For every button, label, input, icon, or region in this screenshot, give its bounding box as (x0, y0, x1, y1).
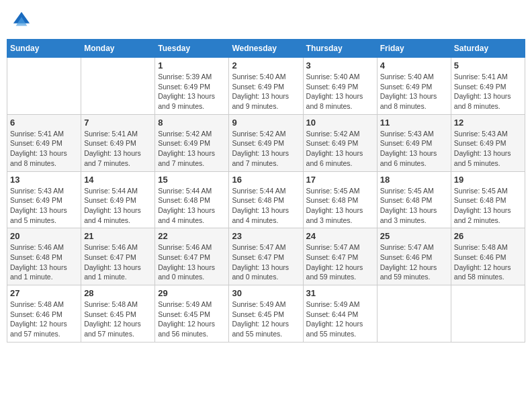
calendar-cell: 10Sunrise: 5:42 AM Sunset: 6:49 PM Dayli… (303, 114, 377, 171)
day-info: Sunrise: 5:42 AM Sunset: 6:49 PM Dayligh… (306, 129, 374, 169)
header-day-sunday: Sunday (7, 40, 81, 58)
day-info: Sunrise: 5:41 AM Sunset: 6:49 PM Dayligh… (10, 129, 78, 169)
day-info: Sunrise: 5:42 AM Sunset: 6:49 PM Dayligh… (158, 129, 226, 169)
day-number: 3 (306, 60, 374, 71)
calendar-cell: 12Sunrise: 5:43 AM Sunset: 6:49 PM Dayli… (451, 114, 525, 171)
day-number: 18 (380, 175, 448, 185)
calendar-cell (377, 285, 451, 342)
day-number: 30 (232, 288, 300, 298)
page-header (7, 7, 525, 34)
calendar-cell: 16Sunrise: 5:44 AM Sunset: 6:48 PM Dayli… (229, 171, 303, 228)
day-info: Sunrise: 5:49 AM Sunset: 6:44 PM Dayligh… (306, 300, 374, 339)
day-info: Sunrise: 5:43 AM Sunset: 6:49 PM Dayligh… (454, 129, 522, 169)
day-info: Sunrise: 5:48 AM Sunset: 6:45 PM Dayligh… (84, 300, 152, 339)
week-row-3: 13Sunrise: 5:43 AM Sunset: 6:49 PM Dayli… (7, 171, 525, 228)
day-info: Sunrise: 5:40 AM Sunset: 6:49 PM Dayligh… (232, 72, 300, 111)
calendar-cell: 14Sunrise: 5:44 AM Sunset: 6:49 PM Dayli… (81, 171, 155, 228)
day-number: 29 (158, 288, 226, 298)
day-number: 27 (10, 288, 78, 298)
day-info: Sunrise: 5:45 AM Sunset: 6:48 PM Dayligh… (306, 186, 374, 226)
day-number: 21 (84, 231, 152, 241)
day-number: 14 (84, 175, 152, 185)
day-info: Sunrise: 5:45 AM Sunset: 6:48 PM Dayligh… (380, 186, 448, 226)
calendar-cell: 5Sunrise: 5:41 AM Sunset: 6:49 PM Daylig… (451, 58, 525, 115)
calendar-cell (7, 58, 81, 115)
calendar-cell: 29Sunrise: 5:49 AM Sunset: 6:45 PM Dayli… (155, 285, 229, 342)
day-number: 6 (10, 118, 78, 128)
calendar-cell: 4Sunrise: 5:40 AM Sunset: 6:49 PM Daylig… (377, 58, 451, 115)
day-info: Sunrise: 5:40 AM Sunset: 6:49 PM Dayligh… (306, 72, 374, 111)
day-info: Sunrise: 5:46 AM Sunset: 6:47 PM Dayligh… (84, 242, 152, 282)
calendar-cell: 17Sunrise: 5:45 AM Sunset: 6:48 PM Dayli… (303, 171, 377, 228)
day-number: 11 (380, 118, 448, 128)
header-day-friday: Friday (377, 40, 451, 58)
calendar-cell: 6Sunrise: 5:41 AM Sunset: 6:49 PM Daylig… (7, 114, 81, 171)
calendar-cell: 25Sunrise: 5:47 AM Sunset: 6:46 PM Dayli… (377, 228, 451, 285)
day-info: Sunrise: 5:46 AM Sunset: 6:48 PM Dayligh… (10, 242, 78, 282)
week-row-5: 27Sunrise: 5:48 AM Sunset: 6:46 PM Dayli… (7, 285, 525, 342)
calendar-cell: 27Sunrise: 5:48 AM Sunset: 6:46 PM Dayli… (7, 285, 81, 342)
week-row-4: 20Sunrise: 5:46 AM Sunset: 6:48 PM Dayli… (7, 228, 525, 285)
day-number: 20 (10, 231, 78, 241)
header-day-saturday: Saturday (451, 40, 525, 58)
day-info: Sunrise: 5:49 AM Sunset: 6:45 PM Dayligh… (232, 300, 300, 339)
day-info: Sunrise: 5:46 AM Sunset: 6:47 PM Dayligh… (158, 242, 226, 282)
day-number: 9 (232, 118, 300, 128)
day-number: 19 (454, 175, 522, 185)
calendar-cell: 26Sunrise: 5:48 AM Sunset: 6:46 PM Dayli… (451, 228, 525, 285)
calendar-header-row: SundayMondayTuesdayWednesdayThursdayFrid… (7, 40, 525, 58)
day-info: Sunrise: 5:43 AM Sunset: 6:49 PM Dayligh… (380, 129, 448, 169)
day-info: Sunrise: 5:44 AM Sunset: 6:48 PM Dayligh… (158, 186, 226, 226)
day-number: 25 (380, 231, 448, 241)
day-info: Sunrise: 5:45 AM Sunset: 6:48 PM Dayligh… (454, 186, 522, 226)
calendar-cell: 24Sunrise: 5:47 AM Sunset: 6:47 PM Dayli… (303, 228, 377, 285)
calendar-cell: 18Sunrise: 5:45 AM Sunset: 6:48 PM Dayli… (377, 171, 451, 228)
week-row-1: 1Sunrise: 5:39 AM Sunset: 6:49 PM Daylig… (7, 58, 525, 115)
day-number: 15 (158, 175, 226, 185)
day-number: 23 (232, 231, 300, 241)
calendar-cell: 2Sunrise: 5:40 AM Sunset: 6:49 PM Daylig… (229, 58, 303, 115)
calendar-cell: 28Sunrise: 5:48 AM Sunset: 6:45 PM Dayli… (81, 285, 155, 342)
day-info: Sunrise: 5:44 AM Sunset: 6:48 PM Dayligh… (232, 186, 300, 226)
day-info: Sunrise: 5:49 AM Sunset: 6:45 PM Dayligh… (158, 300, 226, 339)
week-row-2: 6Sunrise: 5:41 AM Sunset: 6:49 PM Daylig… (7, 114, 525, 171)
day-number: 24 (306, 231, 374, 241)
day-number: 16 (232, 175, 300, 185)
day-number: 17 (306, 175, 374, 185)
day-info: Sunrise: 5:47 AM Sunset: 6:47 PM Dayligh… (306, 242, 374, 282)
day-info: Sunrise: 5:43 AM Sunset: 6:49 PM Dayligh… (10, 186, 78, 226)
calendar-cell: 23Sunrise: 5:47 AM Sunset: 6:47 PM Dayli… (229, 228, 303, 285)
logo (12, 11, 34, 30)
calendar-cell: 1Sunrise: 5:39 AM Sunset: 6:49 PM Daylig… (155, 58, 229, 115)
day-number: 22 (158, 231, 226, 241)
day-number: 13 (10, 175, 78, 185)
day-info: Sunrise: 5:44 AM Sunset: 6:49 PM Dayligh… (84, 186, 152, 226)
day-number: 26 (454, 231, 522, 241)
calendar-cell: 13Sunrise: 5:43 AM Sunset: 6:49 PM Dayli… (7, 171, 81, 228)
day-number: 10 (306, 118, 374, 128)
day-number: 8 (158, 118, 226, 128)
day-number: 4 (380, 60, 448, 71)
day-info: Sunrise: 5:41 AM Sunset: 6:49 PM Dayligh… (454, 72, 522, 111)
day-number: 1 (158, 60, 226, 71)
calendar-cell: 11Sunrise: 5:43 AM Sunset: 6:49 PM Dayli… (377, 114, 451, 171)
day-info: Sunrise: 5:41 AM Sunset: 6:49 PM Dayligh… (84, 129, 152, 169)
calendar-cell: 30Sunrise: 5:49 AM Sunset: 6:45 PM Dayli… (229, 285, 303, 342)
day-number: 12 (454, 118, 522, 128)
calendar-cell: 20Sunrise: 5:46 AM Sunset: 6:48 PM Dayli… (7, 228, 81, 285)
day-info: Sunrise: 5:39 AM Sunset: 6:49 PM Dayligh… (158, 72, 226, 111)
calendar-cell: 31Sunrise: 5:49 AM Sunset: 6:44 PM Dayli… (303, 285, 377, 342)
calendar-cell: 15Sunrise: 5:44 AM Sunset: 6:48 PM Dayli… (155, 171, 229, 228)
day-info: Sunrise: 5:48 AM Sunset: 6:46 PM Dayligh… (10, 300, 78, 339)
day-info: Sunrise: 5:47 AM Sunset: 6:47 PM Dayligh… (232, 242, 300, 282)
day-info: Sunrise: 5:48 AM Sunset: 6:46 PM Dayligh… (454, 242, 522, 282)
header-day-wednesday: Wednesday (229, 40, 303, 58)
calendar-cell: 3Sunrise: 5:40 AM Sunset: 6:49 PM Daylig… (303, 58, 377, 115)
day-info: Sunrise: 5:47 AM Sunset: 6:46 PM Dayligh… (380, 242, 448, 282)
day-number: 2 (232, 60, 300, 71)
logo-icon (12, 11, 31, 30)
calendar-cell: 22Sunrise: 5:46 AM Sunset: 6:47 PM Dayli… (155, 228, 229, 285)
calendar-table: SundayMondayTuesdayWednesdayThursdayFrid… (7, 39, 525, 342)
header-day-thursday: Thursday (303, 40, 377, 58)
calendar-cell: 21Sunrise: 5:46 AM Sunset: 6:47 PM Dayli… (81, 228, 155, 285)
